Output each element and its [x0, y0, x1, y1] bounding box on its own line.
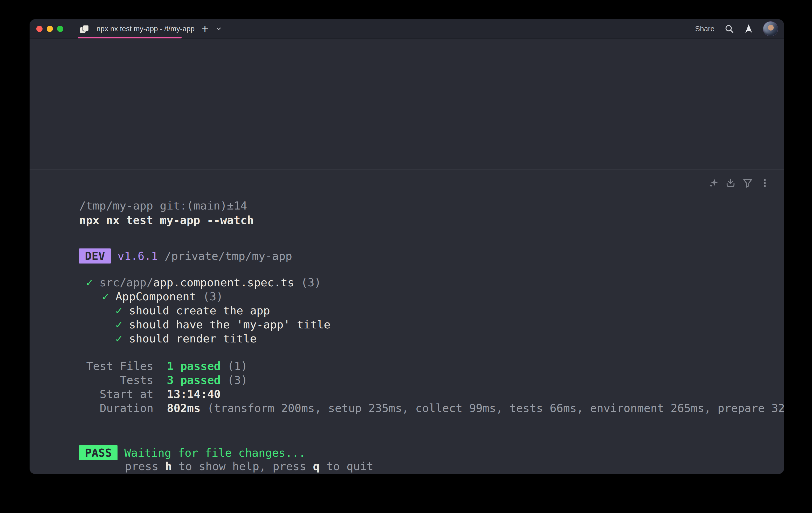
- test-case-name: should create the app: [129, 304, 270, 317]
- check-icon: ✓: [86, 276, 93, 289]
- tab-active[interactable]: npx nx test my-app - /t/my-app: [78, 19, 187, 38]
- prompt-line: /tmp/my-app git:(main)±14: [39, 185, 775, 198]
- warp-logo-icon[interactable]: [744, 24, 753, 34]
- new-tab-button[interactable]: +: [201, 23, 209, 35]
- blocks-pages-icon: [80, 25, 89, 33]
- titlebar-right-controls: Share: [695, 22, 784, 36]
- close-button[interactable]: [36, 26, 42, 32]
- vitest-header-line: DEVv1.6.1/private/tmp/my-app: [39, 234, 775, 248]
- summary-extra: (transform 200ms, setup 235ms, collect 9…: [207, 402, 784, 414]
- search-icon[interactable]: [724, 24, 734, 34]
- summary-label: Tests: [86, 373, 153, 387]
- file-name: app.component.spec.ts: [153, 276, 294, 289]
- dev-badge: DEV: [79, 248, 111, 264]
- pass-badge: PASS: [79, 445, 118, 460]
- h-key: h: [165, 460, 172, 473]
- filter-funnel-icon[interactable]: [743, 178, 753, 188]
- traffic-lights: [36, 26, 63, 32]
- file-path-prefix: src/app/: [99, 276, 153, 289]
- previous-output-area: [30, 39, 784, 169]
- ai-sparkles-icon[interactable]: [708, 178, 719, 188]
- summary-value: 802ms: [167, 402, 200, 414]
- minimize-button[interactable]: [47, 26, 53, 32]
- user-avatar[interactable]: [763, 22, 778, 36]
- command-text: npx nx test my-app --watch: [79, 214, 254, 227]
- vitest-version: v1.6.1: [118, 249, 158, 263]
- summary-label: Start at: [86, 387, 153, 401]
- summary-row: Test Files1 passed(1): [39, 345, 775, 359]
- share-button[interactable]: Share: [695, 25, 715, 33]
- test-file-line: ✓src/app/app.component.spec.ts(3): [39, 262, 775, 275]
- summary-value: 3 passed: [167, 374, 221, 386]
- active-tab-underline: [78, 37, 182, 38]
- check-icon: ✓: [115, 332, 122, 345]
- summary-value: 13:14:40: [167, 387, 221, 401]
- vitest-cwd: /private/tmp/my-app: [165, 249, 292, 263]
- hint-text: to quit: [320, 460, 373, 473]
- kebab-menu-icon[interactable]: [760, 178, 770, 188]
- check-icon: ✓: [102, 290, 109, 303]
- test-case-name: should have the 'my-app' title: [129, 318, 330, 331]
- block-toolbar: [708, 178, 770, 188]
- prompt-text: /tmp/my-app git:(main)±14: [79, 199, 247, 212]
- summary-label: Test Files: [86, 359, 153, 373]
- tab-list-chevron-down-icon[interactable]: [215, 25, 222, 32]
- suite-test-count: (3): [203, 290, 223, 303]
- download-icon[interactable]: [725, 178, 736, 188]
- summary-extra: (1): [227, 359, 248, 373]
- file-test-count: (3): [301, 276, 321, 289]
- waiting-text: Waiting for file changes...: [124, 446, 306, 459]
- test-case-name: should render title: [129, 332, 257, 345]
- maximize-button[interactable]: [57, 26, 63, 32]
- hint-text: press: [125, 460, 165, 473]
- terminal-window: npx nx test my-app - /t/my-app + Share: [30, 19, 784, 474]
- suite-name: AppComponent: [115, 290, 196, 303]
- summary-value: 1 passed: [167, 359, 221, 373]
- summary-label: Duration: [86, 401, 153, 415]
- check-icon: ✓: [115, 318, 122, 331]
- q-key: q: [313, 460, 320, 473]
- check-icon: ✓: [115, 304, 122, 317]
- hint-text: to show help, press: [172, 460, 313, 473]
- command-block: /tmp/my-app git:(main)±14 npx nx test my…: [30, 169, 784, 474]
- pass-status-line: PASSWaiting for file changes...: [39, 430, 775, 445]
- tab-title: npx nx test my-app - /t/my-app: [96, 25, 195, 33]
- summary-extra: (3): [227, 374, 248, 386]
- titlebar: npx nx test my-app - /t/my-app + Share: [30, 19, 784, 39]
